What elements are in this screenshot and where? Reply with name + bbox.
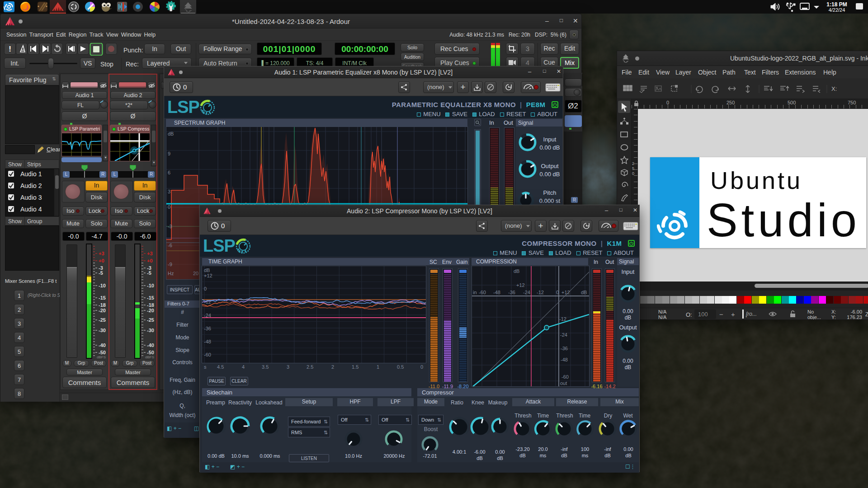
svg-text:-18: -18 xyxy=(147,302,154,308)
svg-text:-5: -5 xyxy=(147,270,151,276)
svg-text:4/22/24: 4/22/24 xyxy=(829,7,845,13)
svg-text:dBFS: dBFS xyxy=(97,355,106,359)
svg-text:-10: -10 xyxy=(99,283,106,288)
svg-text:-50: -50 xyxy=(147,350,154,355)
svg-text:+0: +0 xyxy=(147,258,153,263)
svg-text:!: ! xyxy=(9,45,11,53)
svg-text:-25: -25 xyxy=(99,317,106,323)
svg-text:0: 0 xyxy=(221,222,225,230)
svg-text:-20: -20 xyxy=(147,308,154,313)
svg-text:LSP: LSP xyxy=(167,99,200,116)
svg-text:LSP: LSP xyxy=(203,238,236,255)
svg-text:-25: -25 xyxy=(147,317,154,323)
svg-text:+3: +3 xyxy=(99,251,104,256)
svg-text:-50: -50 xyxy=(99,350,106,355)
svg-text:+0: +0 xyxy=(99,258,104,263)
svg-text:X:: X: xyxy=(831,85,837,92)
svg-text:-30: -30 xyxy=(147,328,154,333)
svg-text:-15: -15 xyxy=(147,295,154,300)
svg-text:-30: -30 xyxy=(99,328,106,333)
svg-text:-40: -40 xyxy=(99,343,106,348)
svg-text:-40: -40 xyxy=(147,343,154,348)
svg-text:0: 0 xyxy=(183,83,187,91)
svg-text:dBFS: dBFS xyxy=(145,355,154,359)
svg-text:-20: -20 xyxy=(99,308,106,313)
svg-text:+3: +3 xyxy=(147,251,153,256)
svg-text:-15: -15 xyxy=(99,295,106,300)
svg-text:-5: -5 xyxy=(99,270,103,276)
svg-text:1:18 PM: 1:18 PM xyxy=(826,1,847,8)
svg-text:-18: -18 xyxy=(99,302,106,308)
svg-text:-10: -10 xyxy=(147,283,154,288)
